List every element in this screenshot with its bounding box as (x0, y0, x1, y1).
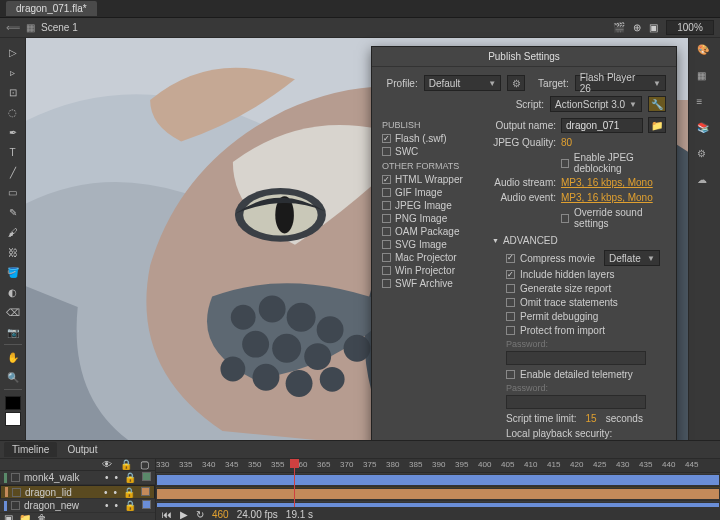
svg-point-9 (272, 334, 301, 363)
camera-tool[interactable]: 📷 (2, 322, 24, 342)
eyedropper-tool[interactable]: ◐ (2, 282, 24, 302)
scene-bar: ⟸ ▦ Scene 1 🎬 ⊕ ▣ 100% (0, 18, 720, 38)
loop-icon[interactable]: ↻ (196, 509, 204, 520)
bucket-tool[interactable]: 🪣 (2, 262, 24, 282)
other-format-item[interactable]: PNG Image (382, 212, 480, 225)
back-icon[interactable]: ⟸ (6, 22, 20, 33)
outline-icon[interactable]: ▢ (140, 459, 149, 470)
override-sound-checkbox[interactable] (561, 214, 569, 223)
script-select[interactable]: ActionScript 3.0▼ (550, 96, 642, 112)
svg-point-12 (253, 364, 280, 391)
timeline-tab[interactable]: Timeline (4, 442, 57, 457)
other-format-item[interactable]: Win Projector (382, 264, 480, 277)
other-formats-header: OTHER FORMATS (382, 161, 480, 171)
omit-trace-checkbox[interactable] (506, 298, 515, 307)
svg-point-15 (344, 335, 371, 362)
line-tool[interactable]: ╱ (2, 162, 24, 182)
profile-select[interactable]: Default▼ (424, 75, 501, 91)
delete-layer-icon[interactable]: 🗑 (37, 513, 47, 520)
scene-name[interactable]: Scene 1 (41, 22, 78, 33)
layer-row[interactable]: dragon_new••🔒 (0, 499, 155, 513)
hand-tool[interactable]: ✋ (2, 347, 24, 367)
script-limit-value[interactable]: 15 (586, 413, 597, 424)
other-format-item[interactable]: OAM Package (382, 225, 480, 238)
play-icon[interactable]: ▶ (180, 509, 188, 520)
new-layer-icon[interactable]: ▣ (4, 513, 13, 520)
lock-icon[interactable]: 🔒 (120, 459, 132, 470)
pen-tool[interactable]: ✒ (2, 122, 24, 142)
layer-row[interactable]: dragon_lid••🔒 (0, 485, 155, 499)
deblocking-checkbox[interactable] (561, 159, 569, 168)
svg-point-13 (286, 370, 313, 397)
rectangle-tool[interactable]: ▭ (2, 182, 24, 202)
brush-tool[interactable]: 🖌 (2, 222, 24, 242)
fill-swatch[interactable] (5, 412, 21, 426)
bone-tool[interactable]: ⛓ (2, 242, 24, 262)
fit-icon[interactable]: ▣ (649, 22, 658, 33)
align-panel-icon[interactable]: ≡ (697, 96, 713, 112)
file-tab[interactable]: dragon_071.fla* (6, 1, 97, 16)
other-format-item[interactable]: Mac Projector (382, 251, 480, 264)
output-name-input[interactable]: dragon_071 (561, 118, 643, 133)
publish-format-item[interactable]: ✓Flash (.swf) (382, 132, 480, 145)
pencil-tool[interactable]: ✎ (2, 202, 24, 222)
other-format-item[interactable]: GIF Image (382, 186, 480, 199)
tools-panel: ▷ ▹ ⊡ ◌ ✒ T ╱ ▭ ✎ 🖌 ⛓ 🪣 ◐ ⌫ 📷 ✋ 🔍 (0, 38, 26, 440)
publish-format-item[interactable]: SWC (382, 145, 480, 158)
transform-tool[interactable]: ⊡ (2, 82, 24, 102)
eye-icon[interactable]: 👁 (102, 459, 112, 470)
eraser-tool[interactable]: ⌫ (2, 302, 24, 322)
frames-area[interactable]: 3303353403453503553603653703753803853903… (156, 459, 720, 520)
audio-event-link[interactable]: MP3, 16 kbps, Mono (561, 192, 653, 203)
permit-debug-checkbox[interactable] (506, 312, 515, 321)
center-icon[interactable]: ⊕ (633, 22, 641, 33)
zoom-input[interactable]: 100% (666, 20, 714, 35)
selection-tool[interactable]: ▷ (2, 42, 24, 62)
browse-icon[interactable]: 📁 (648, 117, 666, 133)
audio-stream-link[interactable]: MP3, 16 kbps, Mono (561, 177, 653, 188)
properties-panel-icon[interactable]: ⚙ (697, 148, 713, 164)
telemetry-checkbox[interactable] (506, 370, 515, 379)
library-panel-icon[interactable]: 📚 (697, 122, 713, 138)
password-input[interactable] (506, 351, 646, 365)
target-label: Target: (531, 78, 569, 89)
zoom-tool[interactable]: 🔍 (2, 367, 24, 387)
svg-point-14 (320, 367, 345, 392)
edit-scene-icon[interactable]: 🎬 (613, 22, 625, 33)
new-folder-icon[interactable]: 📁 (19, 513, 31, 520)
other-format-item[interactable]: JPEG Image (382, 199, 480, 212)
right-panel-rail: 🎨 ▦ ≡ 📚 ⚙ ☁ (688, 38, 720, 440)
color-panel-icon[interactable]: 🎨 (697, 44, 713, 60)
other-format-item[interactable]: SVG Image (382, 238, 480, 251)
stroke-swatch[interactable] (5, 396, 21, 410)
advanced-toggle[interactable]: ▼ADVANCED (492, 235, 666, 246)
lasso-tool[interactable]: ◌ (2, 102, 24, 122)
target-select[interactable]: Flash Player 26▼ (575, 75, 666, 91)
script-settings-icon[interactable]: 🔧 (648, 96, 666, 112)
format-tree: PUBLISH ✓Flash (.swf)SWC OTHER FORMATS ✓… (382, 117, 484, 493)
svg-point-8 (242, 331, 269, 358)
layer-row[interactable]: monk4_walk••🔒 (0, 471, 155, 485)
time-display: 19.1 s (286, 509, 313, 520)
profile-options-icon[interactable]: ⚙ (507, 75, 525, 91)
size-report-checkbox[interactable] (506, 284, 515, 293)
protect-checkbox[interactable] (506, 326, 515, 335)
svg-point-7 (317, 316, 344, 343)
compress-checkbox[interactable]: ✓ (506, 254, 515, 263)
hidden-layers-checkbox[interactable]: ✓ (506, 270, 515, 279)
jpeg-quality-value[interactable]: 80 (561, 137, 572, 148)
other-format-item[interactable]: ✓HTML Wrapper (382, 173, 480, 186)
telemetry-password-input[interactable] (506, 395, 646, 409)
other-format-item[interactable]: SWF Archive (382, 277, 480, 290)
rewind-icon[interactable]: ⏮ (162, 509, 172, 520)
subselection-tool[interactable]: ▹ (2, 62, 24, 82)
swatches-panel-icon[interactable]: ▦ (697, 70, 713, 86)
svg-point-5 (259, 296, 286, 323)
cloud-panel-icon[interactable]: ☁ (697, 174, 713, 190)
text-tool[interactable]: T (2, 142, 24, 162)
fps-display: 24.00 fps (237, 509, 278, 520)
scene-icon: ▦ (26, 22, 35, 33)
compress-select[interactable]: Deflate▼ (604, 250, 660, 266)
output-tab[interactable]: Output (59, 442, 105, 457)
svg-point-10 (304, 343, 331, 370)
